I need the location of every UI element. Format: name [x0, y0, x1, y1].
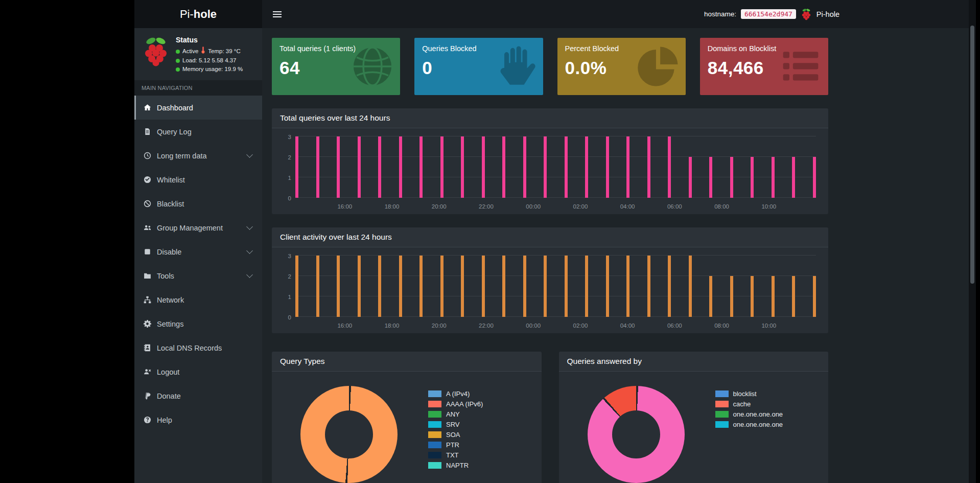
bar[interactable]	[772, 276, 775, 317]
legend-swatch	[428, 462, 441, 469]
bar[interactable]	[606, 136, 609, 198]
bar[interactable]	[792, 276, 795, 317]
client-activity-bar-chart[interactable]: 012316:0018:0020:0022:0000:0002:0004:000…	[280, 254, 820, 330]
bar[interactable]	[502, 136, 505, 198]
sidebar-item-logout[interactable]: Logout	[134, 360, 262, 384]
bar[interactable]	[399, 256, 402, 317]
sidebar-item-whitelist[interactable]: Whitelist	[134, 168, 262, 192]
sidebar-item-blacklist[interactable]: Blacklist	[134, 192, 262, 216]
sidebar-toggle-button[interactable]	[265, 0, 289, 28]
legend-item[interactable]: A (IPv4)	[428, 390, 483, 398]
bar[interactable]	[544, 136, 547, 198]
bar[interactable]	[295, 256, 298, 317]
total-queries-bar-chart[interactable]: 012316:0018:0020:0022:0000:0002:0004:000…	[280, 134, 820, 211]
sidebar-item-long-term-data[interactable]: Long term data	[134, 144, 262, 168]
sidebar-item-label: Help	[157, 416, 172, 424]
legend-item[interactable]: AAAA (IPv6)	[428, 400, 483, 408]
bar[interactable]	[419, 256, 423, 317]
bar[interactable]	[772, 157, 775, 198]
bar[interactable]	[565, 136, 568, 198]
sidebar-item-help[interactable]: Help	[134, 408, 262, 432]
chevron-down-icon	[246, 223, 253, 230]
chevron-down-icon	[246, 247, 253, 254]
bar[interactable]	[399, 136, 402, 198]
sidebar-item-dashboard[interactable]: Dashboard	[134, 96, 262, 120]
bar[interactable]	[565, 256, 568, 317]
sidebar-item-donate[interactable]: Donate	[134, 384, 262, 408]
bar[interactable]	[482, 256, 485, 317]
x-tick-label: 20:00	[432, 323, 447, 329]
legend-item[interactable]: SRV	[428, 421, 483, 428]
bar[interactable]	[523, 136, 526, 198]
legend-item[interactable]: cache	[715, 400, 783, 408]
sidebar-item-query-log[interactable]: Query Log	[134, 120, 262, 144]
bar[interactable]	[626, 256, 629, 317]
bar[interactable]	[544, 256, 547, 317]
bar[interactable]	[523, 256, 526, 317]
bar[interactable]	[358, 256, 361, 317]
sidebar-item-disable[interactable]: Disable	[134, 240, 262, 264]
bar[interactable]	[295, 136, 298, 198]
bar[interactable]	[730, 157, 733, 198]
bar[interactable]	[358, 136, 361, 198]
legend-item[interactable]: PTR	[428, 441, 483, 449]
bar[interactable]	[813, 276, 816, 317]
bar[interactable]	[378, 256, 381, 317]
bar[interactable]	[709, 157, 712, 198]
bar[interactable]	[709, 276, 712, 317]
legend-item[interactable]: one.one.one.one	[715, 421, 783, 428]
bar[interactable]	[316, 256, 319, 317]
legend-label: ANY	[446, 410, 460, 418]
bar[interactable]	[606, 256, 609, 317]
bar[interactable]	[668, 256, 671, 317]
hostname-value: 666154e2d947	[741, 9, 796, 19]
sidebar-item-settings[interactable]: Settings	[134, 312, 262, 336]
bar[interactable]	[792, 157, 795, 198]
bar[interactable]	[689, 256, 692, 317]
bar[interactable]	[585, 256, 588, 317]
legend-item[interactable]: NAPTR	[428, 462, 483, 469]
clock-icon	[143, 152, 151, 160]
bar[interactable]	[647, 136, 650, 198]
legend-item[interactable]: TXT	[428, 451, 483, 459]
status-dot-icon	[176, 67, 180, 72]
legend-item[interactable]: blocklist	[715, 390, 783, 398]
bar[interactable]	[585, 136, 588, 198]
sidebar: Status Active Temp: 39 °C Load: 5.12 5.5…	[134, 28, 262, 483]
bar[interactable]	[337, 256, 340, 317]
bar[interactable]	[813, 157, 816, 198]
bar[interactable]	[482, 136, 485, 198]
app-logo[interactable]: Pi-hole	[134, 0, 262, 28]
sidebar-item-label: Dashboard	[157, 104, 193, 112]
panel-title: Total queries over last 24 hours	[272, 108, 828, 128]
query-types-donut-chart[interactable]	[300, 386, 398, 483]
bar[interactable]	[440, 256, 444, 317]
bar[interactable]	[751, 157, 754, 198]
scrollbar-track[interactable]	[969, 0, 976, 483]
screen: Pi-hole hostname: 666154e2d947 Pi-hole S…	[0, 0, 980, 483]
bar[interactable]	[337, 136, 340, 198]
bar[interactable]	[419, 136, 423, 198]
bar[interactable]	[647, 256, 650, 317]
queries-answered-donut-chart[interactable]	[588, 386, 685, 483]
scrollbar-thumb[interactable]	[970, 26, 974, 284]
bar[interactable]	[626, 136, 629, 198]
bar[interactable]	[668, 136, 671, 198]
sidebar-item-network[interactable]: Network	[134, 288, 262, 312]
bar[interactable]	[440, 136, 444, 198]
legend-item[interactable]: SOA	[428, 431, 483, 439]
bar[interactable]	[730, 276, 733, 317]
bar[interactable]	[751, 276, 754, 317]
legend-item[interactable]: ANY	[428, 410, 483, 418]
sidebar-item-tools[interactable]: Tools	[134, 264, 262, 288]
bar[interactable]	[461, 136, 464, 198]
sidebar-item-group-management[interactable]: Group Management	[134, 216, 262, 240]
bar[interactable]	[689, 157, 692, 198]
legend-item[interactable]: one.one.one.one	[715, 410, 783, 418]
bar[interactable]	[316, 136, 319, 198]
summary-cards-row: Total queries (1 clients)64Queries Block…	[272, 38, 828, 95]
bar[interactable]	[502, 256, 505, 317]
bar[interactable]	[378, 136, 381, 198]
bar[interactable]	[461, 256, 464, 317]
sidebar-item-local-dns-records[interactable]: Local DNS Records	[134, 336, 262, 360]
